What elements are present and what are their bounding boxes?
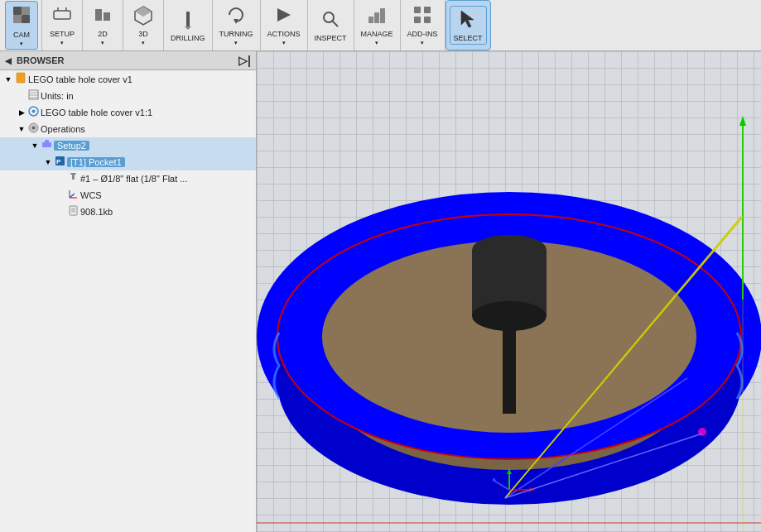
- svg-marker-12: [277, 8, 291, 22]
- turning-icon: [225, 4, 247, 28]
- setup-arrow: ▾: [60, 40, 64, 46]
- svg-line-14: [333, 22, 339, 27]
- turning-arrow: ▾: [234, 40, 238, 46]
- expand-icon-operations: ▼: [17, 125, 26, 133]
- pocket1-icon: P: [55, 156, 65, 169]
- file-icon-root: [15, 72, 26, 86]
- expand-icon-component: ▶: [17, 108, 26, 117]
- tree-item-setup2[interactable]: ▼ Setup2: [0, 137, 256, 154]
- tree-item-root[interactable]: ▼ LEGO table hole cover v1: [0, 70, 256, 88]
- turning-button[interactable]: TURNING ▾: [216, 2, 257, 48]
- browser-expand-button[interactable]: ▷|: [238, 54, 251, 67]
- select-group: SELECT: [446, 0, 491, 50]
- manage-icon: [366, 4, 388, 28]
- expand-icon-setup2: ▼: [30, 141, 40, 150]
- browser-collapse-arrow[interactable]: ◀: [5, 56, 12, 65]
- svg-rect-3: [22, 15, 30, 23]
- svg-text:P: P: [56, 158, 61, 165]
- 2d-group: 2D ▾: [83, 0, 123, 50]
- 2d-icon: [92, 4, 113, 28]
- tree-item-setup2-label: Setup2: [54, 141, 89, 151]
- tree-item-units[interactable]: Units: in: [0, 88, 256, 104]
- addins-group: ADD-INS ▾: [401, 0, 446, 50]
- svg-rect-2: [13, 15, 22, 23]
- svg-marker-10: [185, 26, 191, 30]
- manage-label: MANAGE: [361, 30, 393, 38]
- turning-group: TURNING ▾: [213, 0, 261, 50]
- tool-icon: [68, 172, 79, 185]
- svg-rect-67: [503, 314, 516, 414]
- inspect-button[interactable]: INSPECT: [311, 7, 350, 44]
- addins-arrow: ▾: [421, 40, 424, 46]
- 2d-label: 2D: [98, 30, 108, 38]
- 2d-button[interactable]: 2D ▾: [86, 2, 119, 48]
- svg-rect-0: [13, 7, 22, 15]
- cam-arrow: ▾: [20, 41, 23, 47]
- tree-item-operations[interactable]: ▼ Operations: [0, 121, 256, 137]
- setup-group: SETUP ▾: [42, 0, 83, 50]
- toolbar: CAM ▾ SETUP ▾ 2D ▾ 3D ▾: [0, 0, 761, 51]
- tree-item-tool[interactable]: #1 – Ø1/8" flat (1/8" Flat ...: [0, 170, 256, 187]
- units-icon: [28, 89, 39, 103]
- actions-arrow: ▾: [282, 40, 286, 46]
- 3d-label: 3D: [138, 30, 148, 38]
- svg-rect-9: [186, 12, 190, 26]
- tree-item-wcs-label: WCS: [80, 190, 102, 200]
- actions-label: ACTIONS: [267, 30, 301, 38]
- browser-header: ◀ BROWSER ▷|: [0, 51, 256, 70]
- tree-item-filesize-label: 908.1kb: [80, 207, 113, 217]
- setup-button[interactable]: SETUP ▾: [46, 2, 79, 48]
- tree-item-pocket1[interactable]: ▼ P [T1] Pocket1: [0, 154, 256, 170]
- svg-marker-8: [135, 7, 152, 17]
- svg-point-29: [32, 110, 36, 113]
- svg-rect-20: [414, 17, 421, 23]
- tree-item-filesize[interactable]: 908.1kb: [0, 204, 256, 220]
- tree-item-wcs[interactable]: WCS: [0, 187, 256, 204]
- tree-item-tool-label: #1 – Ø1/8" flat (1/8" Flat ...: [80, 174, 187, 184]
- viewport[interactable]: [257, 51, 761, 532]
- expand-icon-root: ▼: [3, 75, 13, 84]
- addins-button[interactable]: ADD-INS ▾: [404, 2, 441, 48]
- svg-rect-16: [374, 12, 379, 23]
- svg-rect-41: [70, 206, 77, 215]
- 3d-button[interactable]: 3D ▾: [127, 2, 160, 48]
- wcs-icon: [68, 189, 79, 202]
- operations-icon: [28, 122, 39, 136]
- addins-icon: [412, 4, 433, 28]
- svg-point-13: [324, 12, 334, 22]
- svg-rect-23: [17, 73, 25, 83]
- cam-icon: [10, 3, 33, 29]
- actions-button[interactable]: ACTIONS ▾: [264, 2, 304, 48]
- cam-button[interactable]: CAM ▾: [5, 1, 38, 50]
- component-icon: [28, 106, 39, 119]
- 3d-arrow: ▾: [142, 40, 145, 46]
- drilling-button[interactable]: DRILLING: [167, 7, 209, 44]
- cam-label: CAM: [13, 31, 30, 39]
- inspect-label: INSPECT: [315, 34, 347, 42]
- tree-item-units-label: Units: in: [41, 91, 74, 101]
- 2d-arrow: ▾: [101, 40, 104, 46]
- svg-rect-1: [22, 7, 30, 15]
- tree-item-pocket1-label: [T1] Pocket1: [67, 157, 125, 167]
- actions-icon: [273, 4, 295, 28]
- manage-button[interactable]: MANAGE ▾: [358, 2, 397, 48]
- svg-point-31: [32, 127, 36, 130]
- svg-rect-33: [45, 140, 49, 142]
- tree-item-root-label: LEGO table hole cover v1: [28, 74, 132, 84]
- filesize-icon: [68, 205, 79, 218]
- select-label: SELECT: [454, 34, 483, 42]
- select-button[interactable]: SELECT: [450, 6, 487, 45]
- svg-marker-22: [461, 11, 474, 27]
- 3d-icon: [132, 4, 154, 28]
- svg-rect-17: [380, 8, 385, 23]
- svg-rect-21: [424, 17, 431, 23]
- tree-item-component[interactable]: ▶ LEGO table hole cover v1:1: [0, 104, 256, 121]
- drilling-icon: [177, 8, 199, 32]
- scene-3d: [257, 51, 761, 532]
- 3d-group: 3D ▾: [123, 0, 164, 50]
- svg-rect-15: [368, 17, 373, 23]
- drilling-group: DRILLING: [164, 0, 213, 50]
- setup-icon: [51, 4, 73, 28]
- svg-rect-4: [54, 11, 70, 19]
- browser-title: BROWSER: [17, 55, 64, 65]
